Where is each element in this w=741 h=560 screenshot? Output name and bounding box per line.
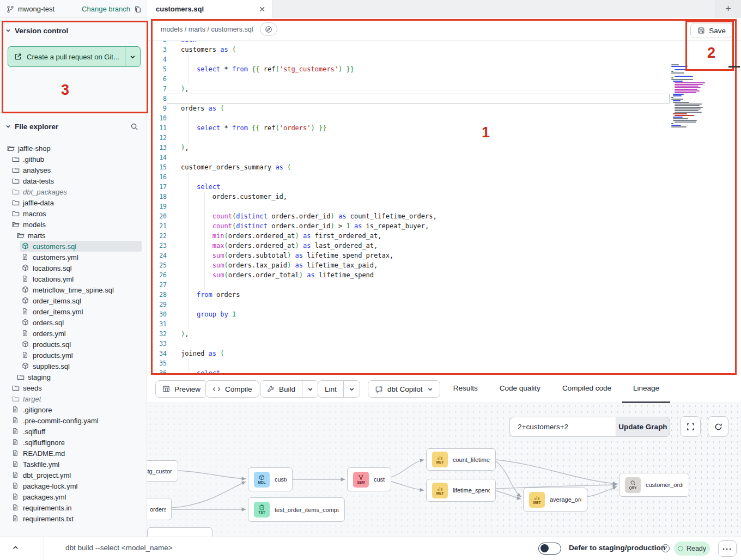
file-tree-item-marts[interactable]: marts: [0, 230, 147, 241]
file-tree-item-jaffle-data[interactable]: jaffle-data: [0, 197, 147, 208]
lineage-node-lifetime-spend-pretax[interactable]: MET lifetime_spend_pretax: [426, 479, 496, 502]
file-tree-item-jaffle-shop[interactable]: jaffle-shop: [0, 143, 147, 154]
file-tree-item-customers-yml[interactable]: customers.yml: [0, 252, 147, 263]
code-line-25[interactable]: 25 sum(orders.tax_paid) as lifetime_tax_…: [147, 260, 741, 270]
minimap[interactable]: [671, 64, 718, 136]
code-line-16[interactable]: 16: [147, 172, 741, 182]
file-tree-item-requirements-txt[interactable]: requirements.txt: [0, 513, 147, 524]
tab-results[interactable]: Results: [442, 375, 489, 403]
file-tree-item-orders-yml[interactable]: orders.yml: [0, 328, 147, 339]
code-line-20[interactable]: 20 count(distinct orders.order_id) as co…: [147, 211, 741, 221]
defer-toggle[interactable]: [538, 543, 561, 555]
code-line-30[interactable]: 30 group by 1: [147, 309, 741, 319]
file-tree-item-order-items-sql[interactable]: order_items.sql: [0, 295, 147, 306]
copy-icon[interactable]: [134, 5, 142, 13]
file-tree-item--gitignore[interactable]: .gitignore: [0, 404, 147, 415]
code-line-34[interactable]: 34joined as (: [147, 349, 741, 358]
code-line-2[interactable]: 2with: [147, 41, 741, 45]
code-line-32[interactable]: 32),: [147, 329, 741, 339]
new-tab-button[interactable]: +: [715, 0, 741, 18]
code-line-11[interactable]: 11 select * from {{ ref('orders') }}: [147, 123, 741, 133]
code-line-6[interactable]: 6: [147, 74, 741, 84]
code-line-35[interactable]: 35: [147, 358, 741, 368]
code-line-26[interactable]: 26 sum(orders.order_total) as lifetime_s…: [147, 270, 741, 280]
pr-dropdown-chevron[interactable]: [125, 47, 140, 66]
code-line-15[interactable]: 15customer_orders_summary as (: [147, 162, 741, 172]
tab-compiled-code[interactable]: Compiled code: [551, 375, 622, 403]
file-tree-item-customers-sql[interactable]: customers.sql: [0, 241, 147, 252]
code-line-22[interactable]: 22 min(orders.ordered_at) as first_order…: [147, 231, 741, 241]
lineage-node-count-lifetime-orders[interactable]: MET count_lifetime_orders: [426, 448, 496, 471]
code-line-18[interactable]: 18 orders.customer_id,: [147, 192, 741, 202]
lineage-node-customers-model[interactable]: MDL customers: [248, 467, 293, 491]
lineage-panel[interactable]: 2+customers+2 Update Graph stg_customers…: [147, 403, 741, 537]
code-line-27[interactable]: 27: [147, 280, 741, 290]
close-icon[interactable]: ✕: [259, 5, 265, 13]
code-line-19[interactable]: 19: [147, 202, 741, 211]
lineage-compass-icon[interactable]: [260, 22, 277, 36]
lineage-selector-input[interactable]: 2+customers+2: [509, 417, 616, 437]
file-tree-item-analyses[interactable]: analyses: [0, 165, 147, 175]
create-pull-request-button[interactable]: Create a pull request on Git...: [8, 46, 141, 67]
code-line-7[interactable]: 7),: [147, 84, 741, 94]
code-line-29[interactable]: 29: [147, 300, 741, 309]
code-line-33[interactable]: 33: [147, 339, 741, 349]
dbt-copilot-button[interactable]: dbt Copilot: [368, 380, 440, 398]
code-line-36[interactable]: 36 select: [147, 368, 741, 375]
file-tree-item-models[interactable]: models: [0, 219, 147, 230]
code-area[interactable]: 2with3customers as (45 select * from {{ …: [147, 41, 741, 375]
file-tree-item-package-lock-yml[interactable]: package-lock.yml: [0, 480, 147, 491]
file-tree-item-order-items-yml[interactable]: order_items.yml: [0, 306, 147, 317]
file-tree-item-metricflow-time-spine-sql[interactable]: metricflow_time_spine.sql: [0, 284, 147, 295]
lineage-node-customer-order-metrics[interactable]: QRY customer_order_metrics: [619, 473, 689, 497]
file-tree-item-staging[interactable]: staging: [0, 372, 147, 382]
code-line-23[interactable]: 23 max(orders.ordered_at) as last_ordere…: [147, 241, 741, 251]
file-tree-item--pre-commit-config-yaml[interactable]: .pre-commit-config.yaml: [0, 415, 147, 426]
code-line-17[interactable]: 17 select: [147, 182, 741, 192]
file-tree-item-locations-yml[interactable]: locations.yml: [0, 273, 147, 284]
code-line-21[interactable]: 21 count(distinct orders.order_id) > 1 a…: [147, 221, 741, 231]
file-tree-item-orders-sql[interactable]: orders.sql: [0, 317, 147, 328]
code-line-9[interactable]: 9orders as (: [147, 104, 741, 113]
file-tree-item-data-tests[interactable]: data-tests: [0, 175, 147, 186]
code-line-28[interactable]: 28 from orders: [147, 290, 741, 300]
file-tree-item-readme-md[interactable]: README.md: [0, 448, 147, 459]
file-tree-item-taskfile-yml[interactable]: Taskfile.yml: [0, 459, 147, 470]
tab-lineage[interactable]: Lineage: [622, 375, 670, 403]
file-tree-item-target[interactable]: target: [0, 393, 147, 404]
help-icon[interactable]: ?: [661, 544, 670, 552]
file-tree-item-products-yml[interactable]: products.yml: [0, 350, 147, 361]
tab-customers-sql[interactable]: customers.sql ✕: [147, 0, 272, 18]
file-tree-item-dbt-project-yml[interactable]: dbt_project.yml: [0, 470, 147, 480]
file-tree-item--sqlfluff[interactable]: .sqlfluff: [0, 426, 147, 437]
code-line-14[interactable]: 14: [147, 153, 741, 162]
file-tree-item-dbt-packages[interactable]: dbt_packages: [0, 186, 147, 197]
update-graph-button[interactable]: Update Graph: [616, 417, 670, 437]
refresh-button[interactable]: [708, 416, 728, 437]
search-icon[interactable]: [130, 123, 138, 131]
code-line-4[interactable]: 4: [147, 54, 741, 64]
file-tree-item-packages-yml[interactable]: packages.yml: [0, 491, 147, 502]
file-explorer-header[interactable]: File explorer: [5, 123, 142, 131]
file-tree-item--github[interactable]: .github: [0, 154, 147, 165]
lineage-node-stg-customers[interactable]: stg_customers: [147, 460, 178, 482]
file-tree-item-products-sql[interactable]: products.sql: [0, 339, 147, 350]
code-line-13[interactable]: 13),: [147, 143, 741, 153]
expand-caret-icon[interactable]: [12, 544, 19, 553]
code-line-12[interactable]: 12: [147, 133, 741, 143]
lint-button[interactable]: Lint: [318, 380, 360, 398]
change-branch-link[interactable]: Change branch: [82, 5, 130, 13]
version-control-header[interactable]: Version control: [5, 27, 68, 35]
file-tree-item--sqlfluffignore[interactable]: .sqlfluffignore: [0, 437, 147, 448]
build-dropdown-chevron[interactable]: [302, 381, 318, 397]
lineage-node-orders[interactable]: orders: [147, 498, 172, 520]
save-button[interactable]: Save: [690, 23, 733, 38]
file-tree-item-supplies-sql[interactable]: supplies.sql: [0, 361, 147, 372]
lineage-node-partial[interactable]: [147, 527, 212, 537]
code-line-10[interactable]: 10: [147, 113, 741, 123]
file-tree-item-locations-sql[interactable]: locations.sql: [0, 263, 147, 273]
tab-code-quality[interactable]: Code quality: [489, 375, 551, 403]
code-line-3[interactable]: 3customers as (: [147, 45, 741, 54]
file-tree-item-requirements-in[interactable]: requirements.in: [0, 502, 147, 513]
code-line-8[interactable]: 8: [147, 94, 741, 104]
